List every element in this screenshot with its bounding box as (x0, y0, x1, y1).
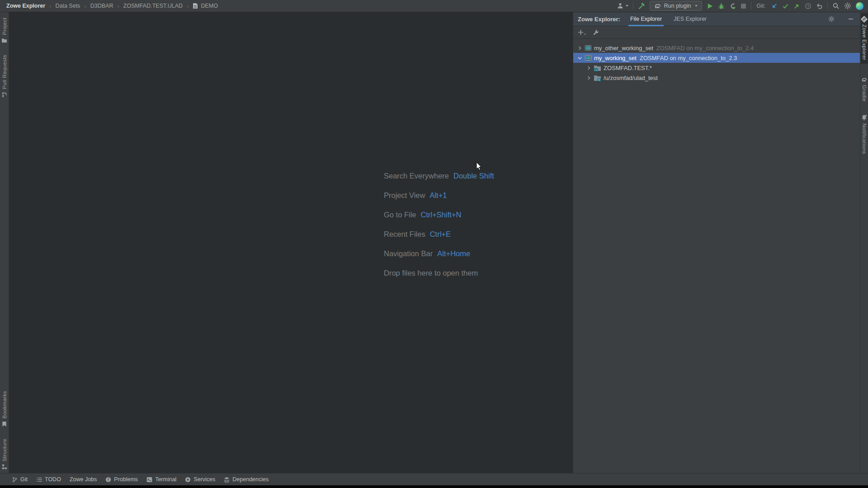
tree-item-working-set-selected[interactable]: my_working_set ZOSMFAD on my_connection_… (573, 53, 860, 63)
shortcut-hint: Navigation Bar Alt+Home (384, 244, 494, 263)
tab-jes-explorer[interactable]: JES Explorer (672, 12, 708, 26)
debug-icon[interactable] (718, 3, 725, 9)
add-profile-button[interactable] (578, 29, 586, 35)
statusbar-item-zowe-jobs[interactable]: Zowe Jobs (70, 476, 97, 483)
git-update-icon[interactable] (771, 3, 778, 9)
chevron-right-icon[interactable] (586, 66, 591, 70)
run-icon[interactable] (707, 3, 713, 9)
avatar-sphere-icon[interactable] (856, 2, 863, 10)
tool-window-title: Zowe Explorer: (578, 16, 620, 23)
chevron-right-icon[interactable] (586, 76, 591, 80)
working-set-icon (585, 54, 592, 61)
git-push-icon[interactable] (793, 3, 800, 9)
top-navigation-bar: Zowe Explorer › Data Sets › D3DBAR › ZOS… (0, 0, 868, 12)
tree-item-other-working-set[interactable]: my_other_working_set ZOSMFAD on my_conne… (573, 43, 860, 53)
terminal-icon (146, 477, 152, 483)
shortcut-hint: Go to File Ctrl+Shift+N (384, 205, 494, 225)
chevron-down-icon[interactable] (577, 56, 582, 60)
explorer-toolbar (573, 26, 860, 39)
chevron-down-icon (584, 33, 586, 35)
sidebar-item-pull-requests[interactable]: Pull Requests (1, 55, 7, 98)
shortcut-hint: Project View Alt+1 (384, 186, 494, 205)
stop-icon[interactable] (741, 3, 746, 9)
statusbar-item-dependencies[interactable]: Dependencies (224, 476, 269, 483)
tree-item-uss-path[interactable]: /u/zosmfad/ulad_test (573, 73, 860, 83)
gradle-elephant-icon (861, 77, 868, 82)
search-icon[interactable] (832, 2, 840, 9)
breadcrumb-separator: › (117, 3, 119, 9)
editor-empty-area: Search Everywhere Double Shift Project V… (9, 13, 573, 473)
breadcrumb-item-d3dbar[interactable]: D3DBAR (90, 3, 113, 9)
sidebar-item-project[interactable]: Project (1, 18, 7, 43)
gradle-elephant-icon (654, 3, 661, 9)
pull-request-icon (1, 92, 7, 98)
bottom-tool-window-bar: Git TODO Zowe Jobs Problems Terminal Ser… (0, 473, 868, 485)
working-set-icon (585, 44, 592, 52)
statusbar-item-terminal[interactable]: Terminal (146, 476, 176, 483)
toolbar-separator (751, 2, 751, 9)
uss-folder-icon (594, 75, 601, 81)
sidebar-item-structure[interactable]: Structure (2, 439, 7, 469)
tree-item-dataset-mask[interactable]: ZOSMFAD.TEST.* (573, 63, 860, 73)
breadcrumb-separator: › (84, 3, 86, 9)
build-hammer-icon[interactable] (638, 2, 645, 9)
main-toolbar: Run plugin Git: (617, 1, 868, 11)
bookmark-icon (2, 421, 7, 427)
bell-icon (861, 114, 867, 121)
problems-icon (105, 477, 111, 483)
zowe-explorer-tool-window: Zowe Explorer: File Explorer JES Explore… (573, 12, 860, 473)
sidebar-item-bookmarks[interactable]: Bookmarks (2, 391, 7, 427)
coverage-icon[interactable] (729, 3, 736, 9)
statusbar-item-services[interactable]: Services (185, 476, 215, 483)
empty-editor-shortcut-hints: Search Everywhere Double Shift Project V… (384, 166, 494, 283)
dataset-folder-icon (594, 65, 601, 71)
file-icon (193, 3, 198, 9)
dependencies-icon (224, 477, 230, 483)
minimize-icon[interactable] (845, 16, 856, 22)
breadcrumb-item-root[interactable]: Zowe Explorer (6, 3, 45, 9)
gear-icon[interactable] (826, 16, 837, 22)
mouse-cursor (476, 162, 482, 171)
breadcrumb-item-member[interactable]: DEMO (201, 3, 218, 9)
breadcrumb-item-dataset[interactable]: ZOSMFAD.TEST.ULAD (123, 3, 183, 9)
gear-icon[interactable] (844, 2, 851, 9)
statusbar-item-problems[interactable]: Problems (105, 476, 138, 483)
run-button-label: Run plugin (664, 3, 691, 9)
chevron-down-icon (626, 5, 628, 7)
git-branch-icon (12, 477, 18, 483)
run-configuration-button[interactable]: Run plugin (650, 1, 702, 11)
git-toolbar-label: Git: (757, 3, 765, 9)
todo-list-icon (36, 477, 42, 483)
breadcrumb-separator: › (49, 3, 51, 9)
services-icon (185, 477, 191, 483)
breadcrumb-item-datasets[interactable]: Data Sets (55, 3, 80, 9)
chevron-right-icon[interactable] (577, 46, 582, 50)
tool-window-header: Zowe Explorer: File Explorer JES Explore… (573, 12, 860, 26)
structure-icon (2, 464, 7, 469)
chevron-down-icon (695, 5, 698, 7)
git-commit-icon[interactable] (782, 3, 789, 9)
drop-files-hint: Drop files here to open them (384, 263, 494, 283)
right-tool-window-stripe: Z Zowe Explorer Gradle Notifications (860, 12, 868, 473)
tab-file-explorer[interactable]: File Explorer (628, 12, 664, 26)
screen-bottom-strip (0, 485, 868, 488)
file-explorer-tree: my_other_working_set ZOSMFAD on my_conne… (573, 39, 860, 83)
breadcrumb: Zowe Explorer › Data Sets › D3DBAR › ZOS… (0, 3, 218, 9)
sidebar-item-notifications[interactable]: Notifications (861, 114, 867, 154)
sidebar-item-zowe-explorer[interactable]: Z Zowe Explorer (861, 13, 868, 64)
user-icon[interactable] (617, 2, 628, 9)
history-icon[interactable] (805, 3, 811, 9)
statusbar-item-git[interactable]: Git (12, 476, 28, 483)
statusbar-item-todo[interactable]: TODO (36, 476, 61, 483)
shortcut-hint: Recent Files Ctrl+E (384, 225, 494, 244)
left-tool-window-stripe: Project Pull Requests Bookmarks Structur… (0, 12, 9, 473)
toolbar-separator (633, 2, 633, 9)
sidebar-item-gradle[interactable]: Gradle (861, 77, 868, 102)
zowe-diamond-icon: Z (861, 16, 868, 23)
rollback-icon[interactable] (816, 3, 823, 9)
toolbar-separator (827, 2, 828, 9)
folder-icon (1, 38, 7, 43)
wrench-icon[interactable] (593, 29, 599, 36)
breadcrumb-separator: › (187, 3, 189, 9)
